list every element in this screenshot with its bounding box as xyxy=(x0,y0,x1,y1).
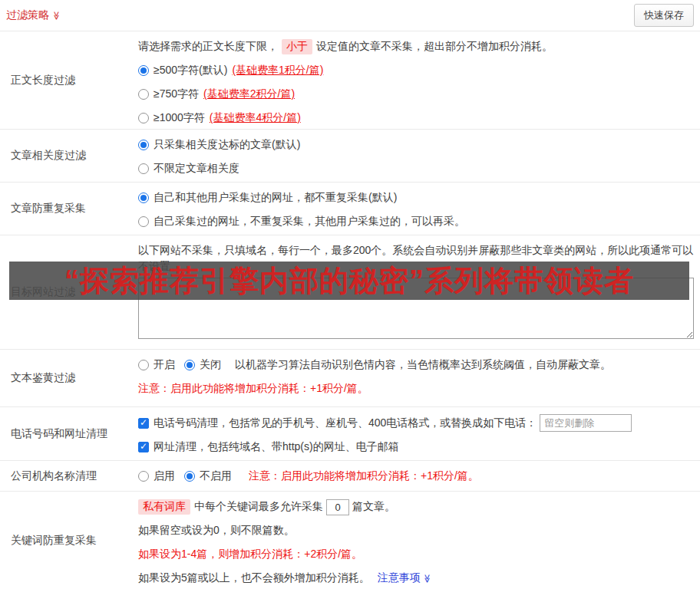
row-porn-filter: 文本鉴黄过滤 开启 关闭 以机器学习算法自动识别色情内容，当色情概率达到系统阈值… xyxy=(0,349,700,406)
row-relevance-filter: 文章相关度过滤 只采集相关度达标的文章(默认) 不限定文章相关度 xyxy=(0,129,700,182)
radio-icon[interactable] xyxy=(138,216,149,227)
radio-icon[interactable] xyxy=(184,471,195,482)
radio-icon[interactable] xyxy=(138,192,149,203)
row-label-length-filter: 正文长度过滤 xyxy=(0,31,132,129)
keyword-limit-text: 中每个关键词最多允许采集 xyxy=(194,500,323,514)
private-lexicon-label[interactable]: 私有词库 xyxy=(138,499,190,515)
option-text: 启用 xyxy=(154,469,175,483)
row-label-dedup-filter: 文章防重复采集 xyxy=(0,183,132,235)
chevron-down-icon: ≫ xyxy=(52,11,61,20)
keyword-limit-line: 私有词库 中每个关键词最多允许采集 篇文章。 xyxy=(138,499,694,515)
porn-filter-desc: 以机器学习算法自动识别色情内容，当色情概率达到系统阈值，自动屏蔽文章。 xyxy=(235,358,611,372)
keyword-rule-zero: 如果留空或设为0，则不限篇数。 xyxy=(138,522,694,539)
porn-filter-warning: 注意：启用此功能将增加积分消耗：+1积分/篇。 xyxy=(138,380,694,397)
overlay-banner: “探索推荐引擎内部的秘密”系列将带领读者 xyxy=(9,262,689,300)
radio-icon[interactable] xyxy=(138,89,149,100)
radio-icon[interactable] xyxy=(138,471,149,482)
overlay-banner-text: “探索推荐引擎内部的秘密”系列将带领读者 xyxy=(64,262,634,300)
row-label-relevance-filter: 文章相关度过滤 xyxy=(0,130,132,182)
dedup-option-self-only[interactable]: 自己采集过的网址，不重复采集，其他用户采集过的，可以再采。 xyxy=(138,213,694,230)
row-phone-url-clean: 电话号码和网址清理 电话号码清理，包括常见的手机号、座机号、400电话格式，或替… xyxy=(0,406,700,460)
radio-icon[interactable] xyxy=(184,360,195,370)
length-option-500[interactable]: ≥500字符(默认) (基础费率1积分/篇) xyxy=(138,62,694,79)
org-clean-enable-option[interactable]: 启用 xyxy=(138,469,175,483)
option-text: ≥750字符 xyxy=(154,87,199,101)
porn-filter-off-option[interactable]: 关闭 xyxy=(184,358,221,372)
option-text: ≥500字符(默认) xyxy=(154,64,227,77)
org-clean-disable-option[interactable]: 不启用 xyxy=(184,469,232,483)
row-label-org-clean: 公司机构名称清理 xyxy=(0,461,132,491)
option-text: 自己采集过的网址，不重复采集，其他用户采集过的，可以再采。 xyxy=(154,215,465,229)
relevance-option-any[interactable]: 不限定文章相关度 xyxy=(138,160,694,177)
phone-clean-checkbox[interactable] xyxy=(138,418,149,429)
keyword-rule-5plus-text: 如果设为5篇或以上，也不会额外增加积分消耗。 xyxy=(138,571,370,585)
row-keyword-dedup: 关键词防重复采集 私有词库 中每个关键词最多允许采集 篇文章。 如果留空或设为0… xyxy=(0,491,700,589)
less-than-highlight: 小于 xyxy=(282,39,312,54)
replacement-phone-input[interactable] xyxy=(540,414,632,432)
option-fee-link[interactable]: (基础费率1积分/篇) xyxy=(232,64,323,77)
keyword-rule-1-4: 如果设为1-4篇，则增加积分消耗：+2积分/篇。 xyxy=(138,546,694,563)
row-label-keyword-dedup: 关键词防重复采集 xyxy=(0,492,132,589)
length-option-750[interactable]: ≥750字符 (基础费率2积分/篇) xyxy=(138,86,694,103)
phone-clean-text: 电话号码清理，包括常见的手机号、座机号、400电话格式，或替换成如下电话： xyxy=(154,416,537,430)
row-label-porn-filter: 文本鉴黄过滤 xyxy=(0,350,132,406)
max-collect-count-input[interactable] xyxy=(326,499,349,515)
radio-icon[interactable] xyxy=(138,65,149,76)
option-text: ≥1000字符 xyxy=(154,111,205,125)
keyword-rule-5plus-line: 如果设为5篇或以上，也不会额外增加积分消耗。 注意事项 ≫ xyxy=(138,570,694,587)
radio-icon[interactable] xyxy=(138,163,149,174)
chevron-down-icon: ≫ xyxy=(423,574,431,583)
radio-icon[interactable] xyxy=(138,360,149,370)
quick-save-button[interactable]: 快速保存 xyxy=(634,4,694,27)
row-org-clean: 公司机构名称清理 启用 不启用 注意：启用此功能将增加积分消耗：+1积分/篇。 xyxy=(0,460,700,491)
option-fee-link[interactable]: (基础费率2积分/篇) xyxy=(203,87,295,101)
option-text: 开启 xyxy=(154,358,175,372)
length-option-1000[interactable]: ≥1000字符 (基础费率4积分/篇) xyxy=(138,110,694,127)
intro-pre-text: 请选择需求的正文长度下限， xyxy=(138,40,278,54)
row-length-filter: 正文长度过滤 请选择需求的正文长度下限， 小于 设定值的文章不采集，超出部分不增… xyxy=(0,31,700,129)
notice-link[interactable]: 注意事项 ≫ xyxy=(378,571,432,585)
url-clean-checkbox[interactable] xyxy=(138,442,149,452)
url-clean-option: 网址清理，包括纯域名、带http(s)的网址、电子邮箱 xyxy=(138,439,694,456)
option-text: 只采集相关度达标的文章(默认) xyxy=(154,138,300,152)
option-fee-link[interactable]: (基础费率4积分/篇) xyxy=(210,111,301,125)
radio-icon[interactable] xyxy=(138,113,149,123)
topbar: 过滤策略 ≫ 快速保存 xyxy=(0,0,700,31)
filter-strategy-page: 过滤策略 ≫ 快速保存 正文长度过滤 请选择需求的正文长度下限， 小于 设定值的… xyxy=(0,0,700,589)
length-filter-intro: 请选择需求的正文长度下限， 小于 设定值的文章不采集，超出部分不增加积分消耗。 xyxy=(138,38,694,55)
porn-filter-options: 开启 关闭 以机器学习算法自动识别色情内容，当色情概率达到系统阈值，自动屏蔽文章… xyxy=(138,357,694,373)
option-text: 自己和其他用户采集过的网址，都不重复采集(默认) xyxy=(154,191,397,205)
option-text: 不限定文章相关度 xyxy=(154,162,239,176)
keyword-limit-suffix: 篇文章。 xyxy=(352,500,395,514)
relevance-option-strict[interactable]: 只采集相关度达标的文章(默认) xyxy=(138,137,694,153)
option-text: 关闭 xyxy=(200,358,221,372)
url-clean-text: 网址清理，包括纯域名、带http(s)的网址、电子邮箱 xyxy=(154,440,399,454)
row-dedup-filter: 文章防重复采集 自己和其他用户采集过的网址，都不重复采集(默认) 自己采集过的网… xyxy=(0,182,700,235)
dedup-option-global[interactable]: 自己和其他用户采集过的网址，都不重复采集(默认) xyxy=(138,189,694,206)
porn-filter-on-option[interactable]: 开启 xyxy=(138,358,175,372)
intro-post-text: 设定值的文章不采集，超出部分不增加积分消耗。 xyxy=(316,40,553,54)
notice-link-text: 注意事项 xyxy=(378,571,421,585)
radio-icon[interactable] xyxy=(138,140,149,150)
page-title-text: 过滤策略 xyxy=(6,8,49,22)
phone-clean-option: 电话号码清理，包括常见的手机号、座机号、400电话格式，或替换成如下电话： xyxy=(138,414,694,432)
org-clean-warning: 注意：启用此功能将增加积分消耗：+1积分/篇。 xyxy=(249,469,479,483)
org-clean-options: 启用 不启用 注意：启用此功能将增加积分消耗：+1积分/篇。 xyxy=(138,468,479,485)
row-label-phone-url-clean: 电话号码和网址清理 xyxy=(0,407,132,460)
option-text: 不启用 xyxy=(200,469,232,483)
page-title[interactable]: 过滤策略 ≫ xyxy=(6,8,61,22)
